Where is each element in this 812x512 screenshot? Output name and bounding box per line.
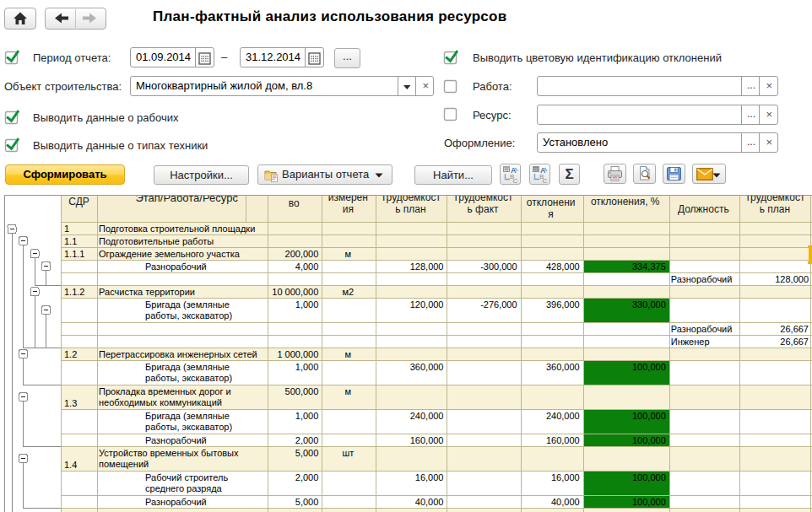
svg-text:C: C — [543, 177, 548, 185]
svg-text:C: C — [513, 177, 518, 185]
